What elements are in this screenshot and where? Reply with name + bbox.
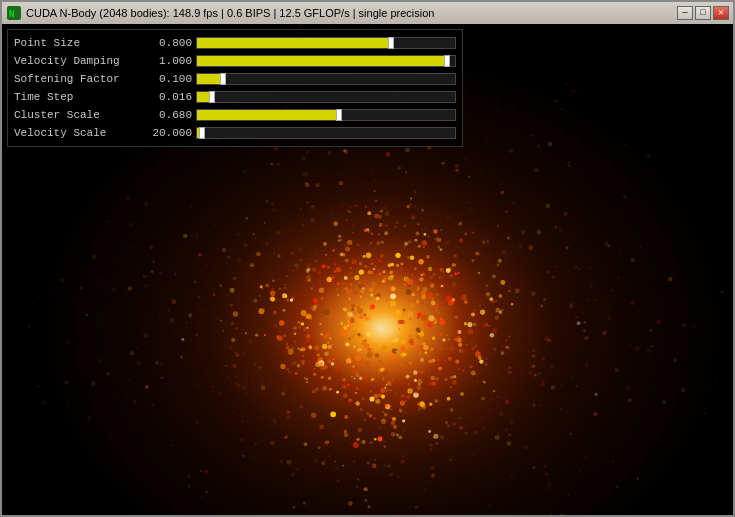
hud-slider-track[interactable] xyxy=(196,55,456,67)
title-text: CUDA N-Body (2048 bodies): 148.9 fps | 0… xyxy=(26,7,434,19)
hud-value: 20.000 xyxy=(148,127,192,139)
minimize-button[interactable]: ─ xyxy=(677,6,693,20)
hud-label: Softening Factor xyxy=(14,73,144,85)
close-button[interactable]: ✕ xyxy=(713,6,729,20)
hud-value: 0.680 xyxy=(148,109,192,121)
title-bar: N CUDA N-Body (2048 bodies): 148.9 fps |… xyxy=(2,2,733,24)
hud-value: 0.100 xyxy=(148,73,192,85)
window-frame: N CUDA N-Body (2048 bodies): 148.9 fps |… xyxy=(0,0,735,517)
hud-label: Velocity Damping xyxy=(14,55,144,67)
hud-overlay: Point Size0.800Velocity Damping1.000Soft… xyxy=(7,29,463,147)
maximize-button[interactable]: □ xyxy=(695,6,711,20)
hud-slider-thumb[interactable] xyxy=(444,55,450,67)
hud-label: Time Step xyxy=(14,91,144,103)
hud-label: Velocity Scale xyxy=(14,127,144,139)
hud-slider-track[interactable] xyxy=(196,109,456,121)
hud-slider-thumb[interactable] xyxy=(336,109,342,121)
title-buttons: ─ □ ✕ xyxy=(677,6,729,20)
hud-row: Velocity Damping1.000 xyxy=(14,52,456,70)
hud-row: Softening Factor0.100 xyxy=(14,70,456,88)
hud-slider-track[interactable] xyxy=(196,127,456,139)
hud-value: 1.000 xyxy=(148,55,192,67)
hud-row: Velocity Scale20.000 xyxy=(14,124,456,142)
hud-slider-fill xyxy=(197,110,339,120)
hud-row: Time Step0.016 xyxy=(14,88,456,106)
title-bar-left: N CUDA N-Body (2048 bodies): 148.9 fps |… xyxy=(6,5,434,21)
hud-slider-thumb[interactable] xyxy=(220,73,226,85)
hud-slider-thumb[interactable] xyxy=(209,91,215,103)
hud-slider-track[interactable] xyxy=(196,91,456,103)
hud-slider-fill xyxy=(197,56,447,66)
app-icon: N xyxy=(6,5,22,21)
hud-value: 0.016 xyxy=(148,91,192,103)
hud-slider-thumb[interactable] xyxy=(199,127,205,139)
content-area: Point Size0.800Velocity Damping1.000Soft… xyxy=(2,24,733,515)
hud-slider-thumb[interactable] xyxy=(388,37,394,49)
hud-row: Cluster Scale0.680 xyxy=(14,106,456,124)
svg-text:N: N xyxy=(9,9,14,19)
hud-label: Cluster Scale xyxy=(14,109,144,121)
hud-row: Point Size0.800 xyxy=(14,34,456,52)
hud-slider-fill xyxy=(197,38,391,48)
hud-value: 0.800 xyxy=(148,37,192,49)
hud-slider-track[interactable] xyxy=(196,37,456,49)
hud-slider-track[interactable] xyxy=(196,73,456,85)
hud-label: Point Size xyxy=(14,37,144,49)
